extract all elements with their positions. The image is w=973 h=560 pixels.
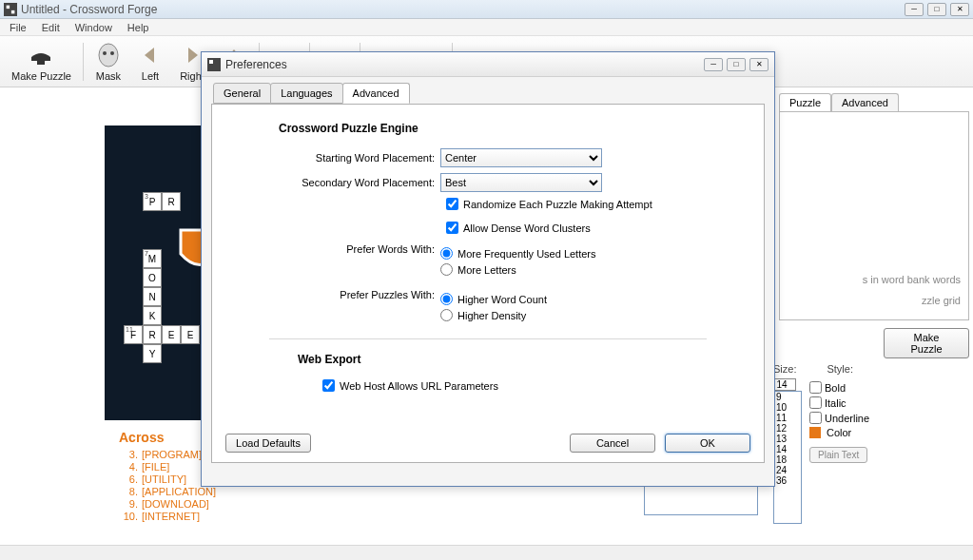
minimize-button[interactable]: ─	[905, 3, 924, 16]
size-option[interactable]: 14	[774, 444, 801, 454]
puzzle-cell[interactable]: R	[143, 325, 162, 344]
puzzle-cell[interactable]: 11F	[124, 325, 143, 344]
more-letters-radio[interactable]	[440, 263, 453, 276]
menu-edit[interactable]: Edit	[34, 20, 68, 35]
tab-advanced-right[interactable]: Advanced	[831, 93, 899, 111]
size-option[interactable]: 18	[774, 454, 801, 465]
load-defaults-button[interactable]: Load Defaults	[225, 434, 311, 453]
size-option[interactable]: 36	[774, 475, 801, 486]
tab-languages[interactable]: Languages	[270, 83, 342, 104]
maximize-button[interactable]: □	[927, 3, 946, 16]
clue-line[interactable]: 9.[DOWNLOAD]	[119, 498, 390, 510]
horizontal-scrollbar[interactable]	[0, 545, 973, 560]
puzzle-cell[interactable]: R	[162, 192, 181, 211]
style-label: Style:	[827, 363, 853, 375]
secondary-placement-select[interactable]: Best	[440, 173, 602, 192]
window-controls: ─ □ ✕	[905, 3, 969, 16]
tab-general[interactable]: General	[213, 83, 271, 104]
engine-heading: Crossword Puzzle Engine	[279, 122, 745, 135]
dense-label: Allow Dense Word Clusters	[463, 222, 591, 234]
left-button[interactable]: Left	[129, 40, 171, 84]
anvil-icon	[28, 42, 54, 68]
arrow-left-icon	[137, 42, 164, 68]
dialog-close-button[interactable]: ✕	[749, 58, 769, 71]
hint-text: s in word bank words	[863, 274, 961, 285]
hint-text: zzle grid	[922, 295, 961, 306]
make-puzzle-label: Make Puzzle	[11, 70, 71, 82]
size-option[interactable]: 24	[774, 465, 801, 475]
divider	[269, 338, 707, 339]
plain-text-button[interactable]: Plain Text	[809, 447, 867, 463]
menu-file[interactable]: File	[2, 20, 34, 35]
freq-letters-radio[interactable]	[440, 247, 453, 260]
right-pane: Puzzle Advanced s in word bank words zzl…	[779, 93, 969, 358]
main-titlebar: Untitled - Crossword Forge ─ □ ✕	[0, 0, 973, 19]
higher-density-label: Higher Density	[457, 310, 526, 321]
clue-line[interactable]: 10.[INTERNET]	[119, 511, 390, 522]
bold-checkbox[interactable]: Bold	[809, 381, 869, 394]
puzzle-cell[interactable]: N	[143, 287, 162, 306]
url-params-checkbox[interactable]	[322, 379, 335, 392]
cancel-button[interactable]: Cancel	[570, 434, 655, 453]
svg-rect-0	[4, 3, 17, 16]
tab-puzzle[interactable]: Puzzle	[779, 93, 831, 111]
randomize-checkbox[interactable]	[446, 198, 458, 210]
puzzle-cell[interactable]: Y	[143, 344, 162, 363]
style-options: Bold Italic Underline Color Plain Text	[809, 378, 869, 524]
svg-rect-18	[209, 60, 213, 64]
dialog-titlebar[interactable]: Preferences ─ □ ✕	[202, 52, 774, 77]
toolbar-separator	[83, 43, 84, 81]
clue-line[interactable]: 8.[APPLICATION]	[119, 486, 390, 497]
app-icon	[4, 3, 17, 16]
size-option[interactable]: 11	[774, 413, 801, 423]
secondary-placement-label: Secondary Word Placement:	[231, 177, 440, 188]
svg-point-6	[110, 51, 114, 55]
prefer-words-label: Prefer Words With:	[231, 243, 440, 280]
menu-window[interactable]: Window	[68, 20, 120, 35]
puzzle-cell[interactable]: 7M	[143, 249, 162, 268]
higher-count-label: Higher Word Count	[457, 294, 547, 305]
more-letters-label: More Letters	[457, 264, 516, 276]
underline-checkbox[interactable]: Underline	[809, 412, 869, 424]
higher-density-radio[interactable]	[440, 309, 453, 321]
font-panel: Size: Style: 91011121314182436 Bold Ital…	[768, 363, 967, 524]
size-option[interactable]: 10	[774, 402, 801, 413]
dialog-tabs: General Languages Advanced	[213, 83, 774, 104]
dialog-minimize-button[interactable]: ─	[704, 58, 723, 71]
dialog-maximize-button[interactable]: □	[727, 58, 746, 71]
svg-rect-3	[37, 61, 45, 65]
italic-checkbox[interactable]: Italic	[809, 396, 869, 409]
make-puzzle-button[interactable]: Make Puzzle	[4, 40, 79, 84]
svg-point-5	[103, 51, 107, 55]
make-puzzle-button-right[interactable]: Make Puzzle	[884, 328, 969, 358]
puzzle-cell[interactable]: O	[143, 268, 162, 287]
dense-checkbox[interactable]	[446, 222, 458, 234]
menubar: File Edit Window Help	[0, 19, 973, 36]
color-checkbox[interactable]: Color	[809, 427, 869, 438]
mask-label: Mask	[96, 70, 121, 82]
web-export-heading: Web Export	[298, 353, 745, 366]
higher-count-radio[interactable]	[440, 293, 453, 305]
puzzle-cell[interactable]: E	[162, 325, 181, 344]
close-button[interactable]: ✕	[950, 3, 969, 16]
puzzle-cell[interactable]: E	[181, 325, 200, 344]
puzzle-cell[interactable]: 3P	[143, 192, 162, 211]
size-option[interactable]: 13	[774, 434, 801, 444]
mask-button[interactable]: Mask	[88, 40, 129, 84]
left-label: Left	[142, 70, 159, 82]
size-option[interactable]: 9	[774, 392, 801, 402]
right-panel: s in word bank words zzle grid	[779, 111, 969, 320]
svg-rect-1	[7, 5, 10, 9]
size-option[interactable]: 12	[774, 423, 801, 434]
starting-placement-select[interactable]: Center	[440, 148, 602, 167]
ok-button[interactable]: OK	[665, 434, 750, 453]
dialog-title: Preferences	[225, 58, 704, 71]
size-list[interactable]: 91011121314182436	[773, 391, 802, 524]
puzzle-cell[interactable]: K	[143, 306, 162, 325]
svg-rect-2	[11, 10, 15, 13]
window-title: Untitled - Crossword Forge	[21, 3, 905, 16]
menu-help[interactable]: Help	[120, 20, 157, 35]
right-tabs: Puzzle Advanced	[779, 93, 969, 111]
tab-advanced[interactable]: Advanced	[342, 83, 410, 104]
dialog-buttons: Load Defaults Cancel OK	[225, 434, 750, 453]
